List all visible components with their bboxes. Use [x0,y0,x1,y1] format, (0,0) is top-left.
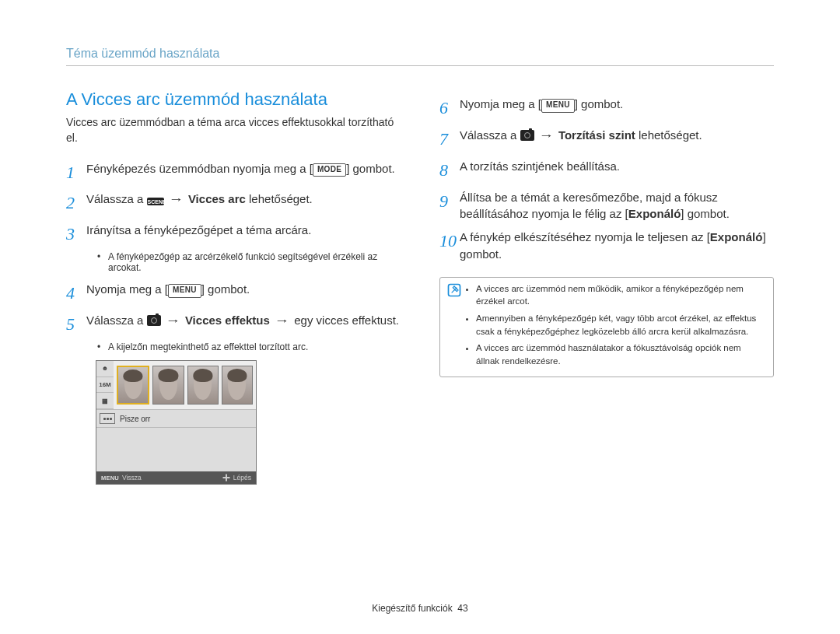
substep-text: A kijelzőn megtekinthető az effekttel to… [108,342,308,352]
thumbnail-selected [117,366,149,405]
step-3: 3 Irányítsa a fényképezőgépet a téma arc… [66,222,401,247]
step-bold: Exponáló [628,207,681,220]
step-text: ] gombot. [201,282,250,296]
step-7: 7 Válassza a → Torzítási szint lehetőség… [439,127,774,152]
scene-icon: SCENE [147,198,164,205]
resolution-icon: 16M [96,377,114,394]
step-text: Fényképezés üzemmódban nyomja meg a [ [86,162,313,175]
step-bold: Vicces effektus [185,313,270,327]
back-label: Vissza [122,474,142,482]
step-number: 7 [439,127,460,152]
arrow-icon: → [165,312,180,329]
move-label: Lépés [233,474,251,482]
camera-icon [520,130,534,141]
effect-thumbnails [114,361,256,409]
thumbnail [187,366,219,405]
keyboard-icon [100,413,115,424]
step-3-substep: •A fényképezőgép az arcérzékelő funkció … [97,251,401,273]
note-icon [446,282,465,372]
effect-name: Pisze orr [120,415,150,423]
camera-lcd-figure: ☻ 16M ▦ Pisze orr [96,360,257,485]
page-number: 43 [457,603,467,614]
menu-button-icon: MENU [168,284,201,298]
step-9: 9 Állítsa be a témát a keresőmezőbe, maj… [439,189,774,223]
note-box: A vicces arc üzemmód nem működik, amikor… [439,277,774,377]
step-text: ] gombot. [346,162,395,175]
section-heading: A Vicces arc üzemmód használata [66,89,401,110]
manual-page: Téma üzemmód használata A Vicces arc üze… [0,0,840,634]
lcd-footer: MENU Vissza Lépés [96,471,256,484]
note-item: A vicces arc üzemmód nem működik, amikor… [476,282,765,308]
step-bold: Exponáló [710,230,763,243]
step-text: ] gombot. [575,97,624,110]
arrow-icon: → [538,127,554,144]
step-text: ] gombot. [681,207,730,220]
menu-button-icon: MENU [541,99,575,113]
content-columns: A Vicces arc üzemmód használata Vicces a… [66,89,774,485]
step-8: 8 A torzítás szintjének beállítása. [439,158,774,183]
note-item: A vicces arc üzemmód használatakor a fók… [476,342,765,367]
note-item: Amennyiben a fényképezőgép két, vagy töb… [476,312,765,338]
mode-button-icon: MODE [313,163,346,177]
substep-text: A fényképezőgép az arcérzékelő funkció s… [108,251,401,273]
step-text: lehetőséget. [635,128,702,142]
step-4: 4 Nyomja meg a [MENU] gombot. [66,281,401,306]
step-bold: Torzítási szint [558,128,635,142]
step-number: 3 [66,222,86,247]
thumbnail [152,366,184,405]
funnyface-mode-icon: ☻ [96,361,114,377]
step-number: 10 [439,229,460,263]
step-text: Nyomja meg a [ [460,97,541,110]
page-footer: Kiegészítő funkciók 43 [0,603,840,614]
step-number: 1 [66,160,86,185]
right-column: 6 Nyomja meg a [MENU] gombot. 7 Válassza… [439,89,774,485]
step-text: A fénykép elkészítéséhez nyomja le telje… [460,230,710,243]
lcd-side-icons: ☻ 16M ▦ [96,361,114,409]
section-intro: Vicces arc üzemmódban a téma arca vicces… [66,114,401,146]
step-number: 5 [66,312,86,337]
step-number: 4 [66,281,86,306]
step-number: 6 [439,96,460,121]
step-text: Nyomja meg a [ [86,282,168,296]
grid-view-icon: ▦ [96,393,114,409]
thumbnail [222,366,253,405]
step-6: 6 Nyomja meg a [MENU] gombot. [439,96,774,121]
step-5: 5 Válassza a → Vicces effektus → egy vic… [66,312,401,337]
step-text: Válassza a [86,313,147,327]
arrow-icon: → [168,191,184,208]
step-number: 9 [439,189,460,223]
step-number: 8 [439,158,460,183]
camera-icon [147,315,161,326]
step-text: egy vicces effektust. [294,313,399,327]
left-column: A Vicces arc üzemmód használata Vicces a… [66,89,401,485]
nav-cross-icon [222,474,230,482]
menu-label-icon: MENU [101,475,119,482]
step-text: A torzítás szintjének beállítása. [460,158,774,183]
step-2: 2 Válassza a SCENE → Vicces arc lehetősé… [66,191,401,215]
step-10: 10 A fénykép elkészítéséhez nyomja le te… [439,229,774,263]
step-1: 1 Fényképezés üzemmódban nyomja meg a [M… [66,160,401,185]
lcd-blank-area [96,427,256,471]
step-text: Válassza a [460,128,520,142]
step-bold: Vicces arc [188,192,246,205]
effect-name-row: Pisze orr [96,409,256,427]
step-5-substep: •A kijelzőn megtekinthető az effekttel t… [97,342,401,352]
arrow-icon: → [275,312,290,329]
step-text: lehetőséget. [246,192,313,205]
footer-section: Kiegészítő funkciók [372,603,452,614]
step-number: 2 [66,191,86,215]
breadcrumb: Téma üzemmód használata [66,47,774,66]
step-text: Irányítsa a fényképezőgépet a téma arcár… [86,222,401,247]
step-text: Válassza a [86,192,147,205]
